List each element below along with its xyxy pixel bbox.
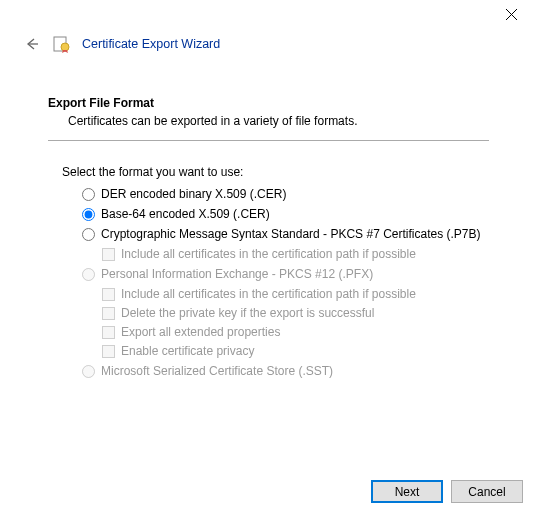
check-pfx-include-path-label: Include all certificates in the certific…	[121, 287, 416, 301]
radio-pfx-label: Personal Information Exchange - PKCS #12…	[101, 267, 373, 281]
radio-pkcs7-label: Cryptographic Message Syntax Standard - …	[101, 227, 481, 241]
svg-point-4	[61, 43, 69, 51]
check-pfx-enable-privacy: Enable certificate privacy	[102, 344, 489, 358]
check-pfx-include-path: Include all certificates in the certific…	[102, 287, 489, 301]
radio-der-label: DER encoded binary X.509 (.CER)	[101, 187, 286, 201]
radio-pkcs7-input[interactable]	[82, 228, 95, 241]
radio-base64[interactable]: Base-64 encoded X.509 (.CER)	[82, 207, 489, 221]
radio-der-input[interactable]	[82, 188, 95, 201]
divider	[48, 140, 489, 141]
cancel-button[interactable]: Cancel	[451, 480, 523, 503]
radio-base64-label: Base-64 encoded X.509 (.CER)	[101, 207, 270, 221]
certificate-icon	[52, 34, 72, 54]
check-pfx-enable-privacy-label: Enable certificate privacy	[121, 344, 254, 358]
radio-sst-input	[82, 365, 95, 378]
radio-sst-label: Microsoft Serialized Certificate Store (…	[101, 364, 333, 378]
section-subtext: Certificates can be exported in a variet…	[68, 114, 489, 128]
radio-pkcs7[interactable]: Cryptographic Message Syntax Standard - …	[82, 227, 489, 241]
radio-sst: Microsoft Serialized Certificate Store (…	[82, 364, 489, 378]
radio-der[interactable]: DER encoded binary X.509 (.CER)	[82, 187, 489, 201]
arrow-left-icon	[24, 36, 40, 52]
check-pkcs7-include-path: Include all certificates in the certific…	[102, 247, 489, 261]
check-pkcs7-include-path-label: Include all certificates in the certific…	[121, 247, 416, 261]
wizard-title: Certificate Export Wizard	[82, 37, 220, 51]
radio-pfx-input	[82, 268, 95, 281]
checkbox-icon	[102, 288, 115, 301]
next-button[interactable]: Next	[371, 480, 443, 503]
radio-base64-input[interactable]	[82, 208, 95, 221]
close-icon	[506, 9, 517, 20]
check-pfx-delete-key: Delete the private key if the export is …	[102, 306, 489, 320]
back-button[interactable]	[22, 34, 42, 54]
section-heading: Export File Format	[48, 96, 489, 110]
check-pfx-export-ext: Export all extended properties	[102, 325, 489, 339]
format-prompt: Select the format you want to use:	[62, 165, 489, 179]
close-button[interactable]	[491, 3, 531, 25]
checkbox-icon	[102, 326, 115, 339]
radio-pfx: Personal Information Exchange - PKCS #12…	[82, 267, 489, 281]
checkbox-icon	[102, 307, 115, 320]
check-pfx-export-ext-label: Export all extended properties	[121, 325, 280, 339]
check-pfx-delete-key-label: Delete the private key if the export is …	[121, 306, 374, 320]
checkbox-icon	[102, 345, 115, 358]
checkbox-icon	[102, 248, 115, 261]
